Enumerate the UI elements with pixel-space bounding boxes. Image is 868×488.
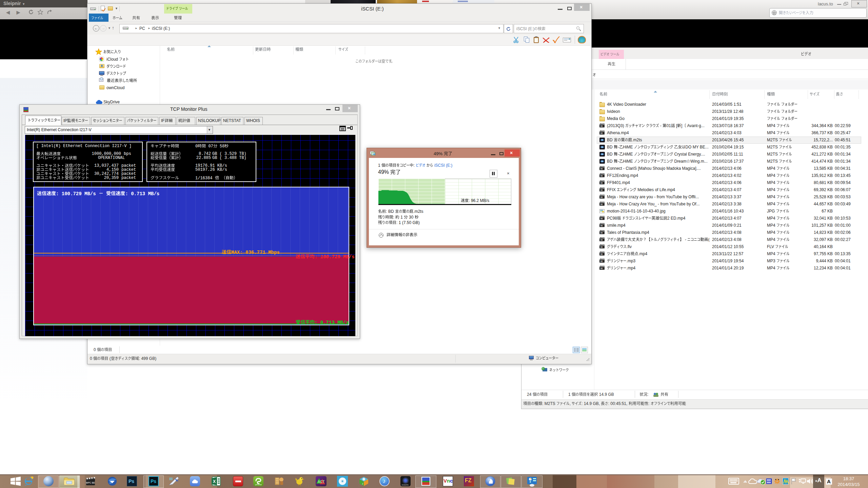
svg-text:♪: ♪: [362, 482, 363, 485]
svg-text:ACT: ACT: [318, 480, 325, 484]
svg-text:MPC BE: MPC BE: [86, 482, 95, 484]
svg-text:X: X: [213, 479, 216, 484]
svg-text:personal: personal: [255, 484, 261, 486]
